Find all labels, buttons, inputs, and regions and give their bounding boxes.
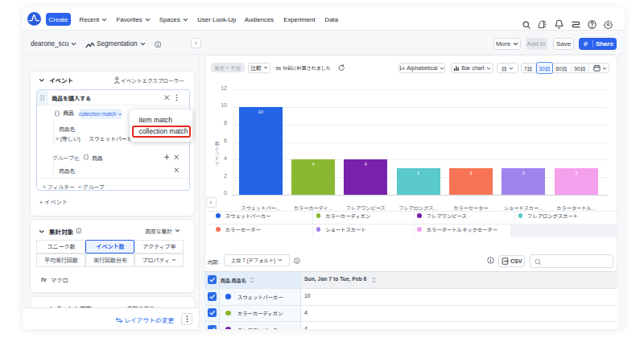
svg-text:A: A xyxy=(402,67,405,71)
